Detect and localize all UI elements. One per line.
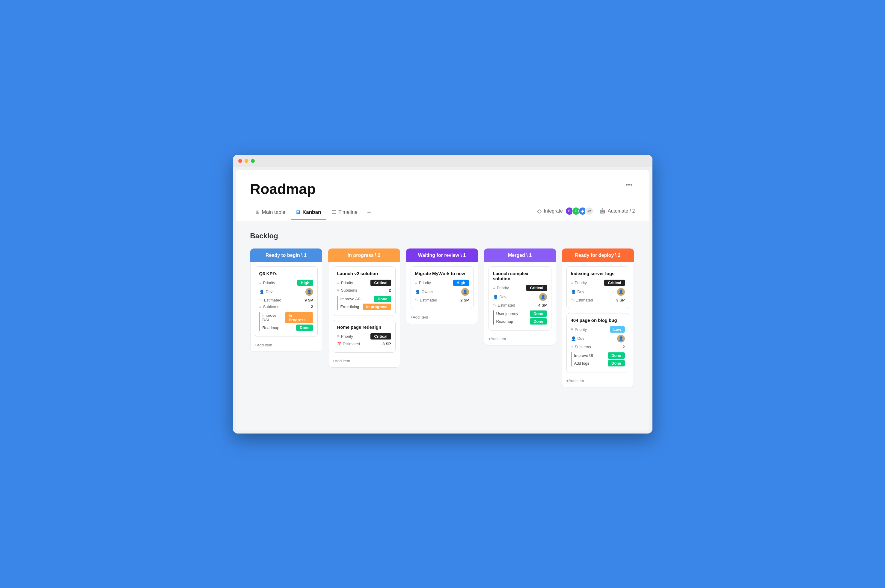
timeline-icon: ☰ [332, 209, 336, 215]
minimize-dot[interactable] [245, 159, 248, 163]
tab-add-button[interactable]: + [363, 206, 375, 220]
subtask-badge: In progress [363, 304, 391, 310]
tabs-row: ⊞ Main table ⊟ Kanban ☰ Timeline + ◇ Int… [250, 206, 635, 221]
maximize-dot[interactable] [251, 159, 255, 163]
priority-label-lc: ≡ Priority [493, 285, 509, 290]
dev-label-lc: 👤 Dev [493, 295, 506, 299]
subitems-label-404: ≡ Subitems [571, 345, 591, 350]
priority-label-il: ≡ Priority [571, 280, 587, 285]
subtask-roadmap: Roadmap Done [262, 324, 313, 331]
subtask-label: Roadmap [496, 319, 513, 324]
add-item-ready[interactable]: +Add item [255, 341, 318, 347]
card-q3-kpis: Q3 KPI's ≡ Priority High 👤 [255, 267, 318, 337]
section-label: Backlog [250, 232, 635, 240]
card-row-estimated: ¹²₃ Estimated 9 SP [259, 298, 313, 302]
priority-icon-404: ≡ [571, 327, 573, 332]
priority-icon: ≡ [259, 280, 262, 285]
kanban-columns: Ready to begin \ 1 Q3 KPI's ≡ Priority H… [250, 249, 635, 387]
col-title-deploy: Ready for deploy \ 2 [575, 253, 620, 258]
priority-badge-mw: High [453, 280, 469, 286]
col-title-in-progress: In progress \ 2 [348, 253, 380, 258]
col-title-merged: Merged \ 1 [508, 253, 532, 258]
dev-text-il: Dev [578, 290, 584, 294]
dev-icon: 👤 [259, 290, 264, 294]
priority-badge-lc: Critical [526, 285, 546, 291]
tab-timeline-label: Timeline [339, 209, 358, 215]
priority-text-lc: Priority [497, 286, 509, 290]
card-row-priority: ≡ Priority High [259, 280, 313, 286]
main-table-icon: ⊞ [256, 209, 260, 215]
priority-label-v2: ≡ Priority [337, 280, 353, 285]
add-item-merged[interactable]: +Add item [489, 335, 551, 341]
dev-avatar-il: 👤 [617, 288, 625, 296]
subtask-add-logs: Add logs Done [574, 360, 625, 366]
tabs-right-actions: ◇ Integrate S C ◆ +2 🤖 Automate / 2 [537, 207, 635, 219]
integrate-label: Integrate [544, 208, 563, 214]
dev-avatar-lc: 👤 [539, 293, 547, 301]
estimated-icon-il: ¹²₃ [571, 298, 574, 302]
subitems-val-404: 2 [623, 345, 625, 349]
subtask-badge: Done [608, 360, 625, 366]
priority-label-404: ≡ Priority [571, 327, 587, 332]
col-body-in-progress: Launch v2 solution ≡ Priority Critical [328, 262, 400, 368]
priority-text-404: Priority [575, 327, 587, 332]
card-title-complex: Launch complex solution [493, 271, 547, 281]
dev-text: Dev [266, 290, 273, 294]
priority-text-mw: Priority [419, 280, 431, 285]
tab-main-table[interactable]: ⊞ Main table [250, 206, 291, 220]
add-item-deploy[interactable]: +Add item [566, 376, 629, 383]
estimated-label-hp: 📅 Estimated [337, 342, 360, 346]
card-title-404: 404 page on blog bug [571, 318, 625, 323]
estimated-icon-lc: ¹²₃ [493, 303, 496, 307]
col-header-merged: Merged \ 1 [484, 249, 556, 262]
dev-avatar-404: 👤 [617, 335, 625, 342]
subtask-badge: Done [608, 352, 625, 358]
subitems-icon: ≡ [259, 304, 262, 309]
priority-icon-hp: ≡ [337, 334, 340, 339]
tab-timeline[interactable]: ☰ Timeline [327, 206, 363, 220]
col-in-progress: In progress \ 2 Launch v2 solution ≡ Pri… [328, 249, 400, 368]
automate-label: Automate / 2 [608, 208, 635, 214]
owner-icon-mw: 👤 [415, 290, 420, 294]
more-button[interactable]: ••• [623, 181, 635, 189]
priority-badge-404: Low [610, 326, 625, 333]
add-item-inprogress[interactable]: +Add item [333, 357, 396, 363]
card-row-dev-lc: 👤 Dev 👤 [493, 293, 547, 301]
kanban-body: Backlog Ready to begin \ 1 Q3 KPI's ≡ [236, 221, 649, 430]
estimated-val: 9 SP [304, 298, 313, 302]
browser-window: Roadmap ••• ⊞ Main table ⊟ Kanban ☰ Time… [233, 155, 652, 434]
col-merged: Merged \ 1 Launch complex solution ≡ Pri… [484, 249, 556, 345]
priority-text-il: Priority [575, 280, 587, 285]
estimated-text-lc: Estimated [498, 303, 515, 308]
tab-kanban[interactable]: ⊟ Kanban [291, 206, 327, 220]
subtask-label: Error fixing [340, 304, 359, 309]
dev-label: 👤 Dev [259, 290, 273, 294]
integrate-button[interactable]: ◇ Integrate S C ◆ +2 [537, 207, 593, 215]
col-ready-to-begin: Ready to begin \ 1 Q3 KPI's ≡ Priority H… [250, 249, 322, 352]
subtask-list-404: Improve UI Done Add logs Done [571, 352, 625, 366]
card-row-priority-il: ≡ Priority Critical [571, 280, 625, 286]
priority-text: Priority [263, 280, 275, 285]
automate-button[interactable]: 🤖 Automate / 2 [599, 208, 635, 214]
dev-icon-404: 👤 [571, 336, 576, 341]
col-body-merged: Launch complex solution ≡ Priority Criti… [484, 262, 556, 345]
close-dot[interactable] [238, 159, 242, 163]
estimated-val-mw: 2 SP [461, 298, 469, 302]
subtask-roadmap-merged: Roadmap Done [496, 318, 547, 324]
estimated-val-il: 3 SP [616, 298, 625, 302]
col-header-ready-to-begin: Ready to begin \ 1 [250, 249, 322, 262]
app-container: Roadmap ••• ⊞ Main table ⊟ Kanban ☰ Time… [236, 170, 649, 430]
subtask-label: Roadmap [262, 326, 279, 330]
priority-icon-lc: ≡ [493, 285, 495, 290]
add-item-waiting[interactable]: +Add item [411, 313, 474, 320]
subtask-improve-dau: Improve DAU In Progress [262, 312, 313, 323]
card-row-dev-404: 👤 Dev 👤 [571, 335, 625, 342]
card-title-q3: Q3 KPI's [259, 271, 313, 276]
subtask-list-v2: Improve API Done Error fixing In progres… [337, 296, 391, 310]
subtask-badge: Done [296, 324, 313, 331]
subitems-label: ≡ Subitems [259, 304, 279, 309]
page-title: Roadmap [250, 181, 316, 197]
estimated-text-il: Estimated [576, 298, 593, 302]
card-row-priority-mw: ≡ Priority High [415, 280, 469, 286]
subitems-label-v2: ≡ Subitems [337, 288, 357, 293]
